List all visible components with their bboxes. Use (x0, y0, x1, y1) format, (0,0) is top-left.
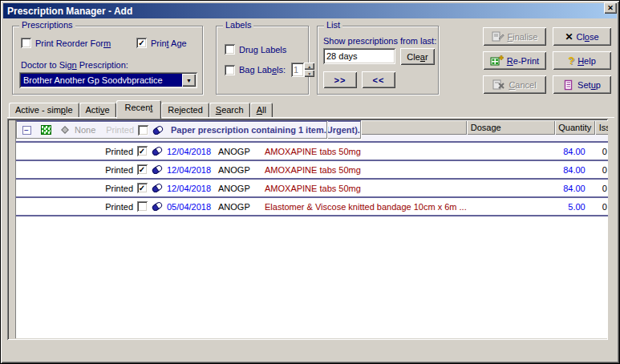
help-icon: ? (568, 55, 574, 67)
spinner-down-button[interactable]: ▼ (304, 70, 314, 77)
pill-icon (151, 164, 164, 175)
header-iss[interactable]: Iss (595, 120, 608, 135)
bag-labels-checkbox[interactable] (225, 65, 235, 75)
pill-icon (151, 146, 164, 156)
print-reorder-checkbox[interactable] (21, 38, 31, 48)
help-button[interactable]: ? Help (553, 51, 611, 70)
row-print-checkbox[interactable] (137, 183, 148, 193)
print-age-checkbox[interactable] (136, 38, 147, 48)
prescription-date: 12/04/2018 (165, 161, 217, 178)
drug-name: AMOXAPINE tabs 50mg (261, 143, 467, 160)
drug-name: Elastomer & Viscose knitted bandage 10cm… (261, 198, 467, 215)
issue-count: 0 (595, 198, 608, 215)
reprint-button[interactable]: Re-Print (483, 51, 546, 70)
print-status: Printed (107, 122, 136, 138)
titlebar-close-button[interactable]: ✕ (604, 2, 617, 14)
help-button-label: Help (577, 56, 596, 66)
issue-count: 0 (595, 180, 608, 196)
setup-button[interactable]: Setup (553, 75, 611, 94)
dosage (467, 143, 555, 160)
prescription-group-row[interactable]: − None Printed Paper prescription contai… (16, 120, 327, 139)
tab-label: Active - simple (15, 105, 73, 115)
clinician-code: ANOGP (217, 161, 261, 178)
bag-labels-count[interactable]: 1 (291, 63, 304, 77)
clinician-code: ANOGP (217, 198, 261, 215)
bag-labels-spinner: 1 ▲ ▼ (291, 63, 314, 77)
pill-icon (151, 183, 164, 193)
drug-labels-checkbox[interactable] (225, 44, 235, 55)
drug-name: AMOXAPINE tabs 50mg (261, 161, 467, 178)
spinner-up-button[interactable]: ▲ (304, 63, 314, 70)
prescriptions-groupbox: Prescriptions Print Reorder Form Print A… (12, 26, 203, 95)
issue-count: 0 (595, 161, 608, 178)
clear-button[interactable]: Clear (400, 48, 435, 65)
row-print-checkbox[interactable] (137, 146, 148, 156)
back-button[interactable]: << (362, 71, 395, 88)
print-status: Printed (106, 198, 135, 215)
doctor-combobox[interactable]: Brother Another Gp Soodvbpractice ▼ (19, 72, 197, 88)
prescriptions-table: Send Print Date Clinician Drug/Advice Do… (7, 119, 608, 340)
header-dosage[interactable]: Dosage (467, 120, 555, 135)
spin-down-icon: ▼ (307, 71, 311, 76)
prescription-date: 12/04/2018 (165, 180, 217, 196)
row-print-checkbox[interactable] (137, 201, 148, 212)
period-input[interactable]: 28 days (323, 48, 395, 64)
prescription-date: 12/04/2018 (165, 143, 217, 160)
clinician-code: ANOGP (217, 180, 261, 196)
close-icon: ✕ (607, 4, 614, 12)
spin-up-icon: ▲ (307, 64, 311, 69)
cancel-button-label: Cancel (509, 80, 536, 90)
prescription-item-row[interactable]: Printed 12/04/2018 ANOGP AMOXAPINE tabs … (16, 141, 608, 160)
setup-button-label: Setup (577, 80, 601, 90)
pill-icon (152, 125, 164, 135)
print-age-label: Print Age (151, 38, 187, 48)
print-age-row: Print Age (136, 38, 187, 48)
close-button[interactable]: ✕ Close (553, 27, 611, 46)
tabstrip: Active - simple Active Recent Rejected S… (9, 100, 273, 118)
tab-recent[interactable]: Recent (116, 100, 162, 119)
diamond-icon (60, 125, 70, 135)
close-button-label: Close (576, 32, 598, 42)
print-reorder-label: Print Reorder Form (35, 38, 111, 48)
header-quantity[interactable]: Quantity (555, 120, 595, 135)
collapse-toggle-icon[interactable]: − (22, 126, 31, 135)
list-groupbox: List Show prescriptions from last: 28 da… (317, 26, 439, 95)
drug-labels-label: Drug Labels (239, 45, 286, 55)
row-selector-strip (9, 120, 16, 338)
tab-label: Active (86, 105, 110, 115)
labels-legend: Labels (223, 20, 253, 30)
group-description: Paper prescription containing 1 item. (166, 122, 326, 138)
pill-icon (151, 201, 164, 212)
window-title: Prescription Manager - Add (7, 6, 132, 17)
tab-label: Recent (125, 103, 153, 112)
quantity: 84.00 (555, 143, 595, 160)
forward-button[interactable]: >> (323, 71, 357, 88)
dosage (467, 198, 555, 215)
tab-active[interactable]: Active (79, 103, 116, 117)
prescription-item-row[interactable]: Printed 12/04/2018 ANOGP AMOXAPINE tabs … (16, 178, 608, 196)
bag-labels-label: Bag Labels: (239, 65, 286, 75)
setup-icon (563, 79, 574, 91)
prescriptions-legend: Prescriptions (19, 20, 75, 30)
finalise-button[interactable]: Finalise (483, 27, 546, 46)
clinician-code: ANOGP (217, 143, 261, 160)
tab-label: Search (216, 105, 244, 115)
drug-labels-row: Drug Labels (225, 44, 286, 55)
drug-name: AMOXAPINE tabs 50mg (261, 180, 467, 196)
tab-search[interactable]: Search (209, 103, 250, 117)
dosage (467, 180, 555, 196)
tab-label: Rejected (168, 105, 202, 115)
dosage (467, 161, 555, 178)
tab-rejected[interactable]: Rejected (161, 103, 209, 117)
labels-groupbox: Labels Drug Labels Bag Labels: 1 ▲ ▼ (216, 26, 309, 95)
prescription-item-row[interactable]: Printed 05/04/2018 ANOGP Elastomer & Vis… (16, 196, 608, 215)
tab-active-simple[interactable]: Active - simple (9, 103, 79, 117)
titlebar: Prescription Manager - Add (3, 3, 617, 18)
tab-all[interactable]: All (250, 103, 273, 117)
row-print-checkbox[interactable] (138, 125, 148, 135)
prescription-item-row[interactable]: Printed 12/04/2018 ANOGP AMOXAPINE tabs … (16, 160, 608, 178)
row-print-checkbox[interactable] (137, 164, 148, 175)
doctor-combobox-dropdown-button[interactable]: ▼ (182, 74, 196, 87)
period-input-value: 28 days (326, 51, 358, 61)
cancel-button[interactable]: Cancel (483, 75, 546, 94)
